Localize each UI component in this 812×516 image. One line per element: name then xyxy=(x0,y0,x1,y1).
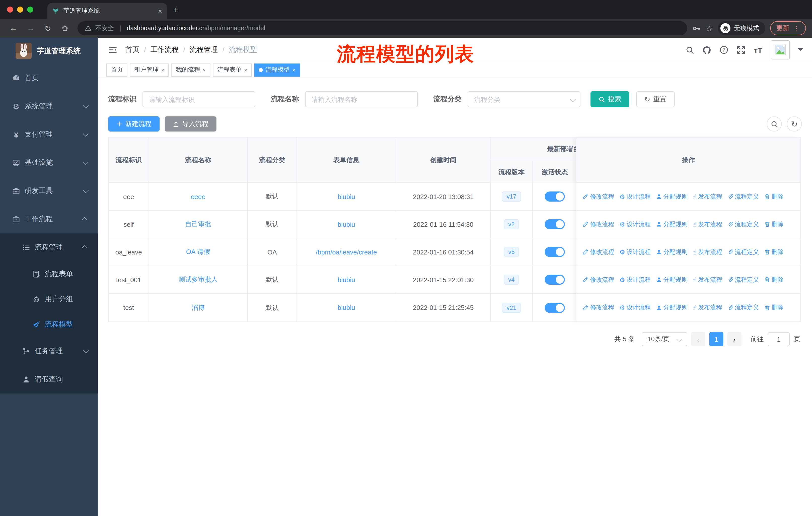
sidebar-item-infra[interactable]: 基础设施 xyxy=(0,148,98,177)
action-design-link[interactable]: ⚙设计流程 xyxy=(619,248,651,256)
action-delete-link[interactable]: 删除 xyxy=(764,303,784,312)
sidebar-collapse-icon[interactable] xyxy=(108,45,117,54)
page-number-1[interactable]: 1 xyxy=(709,332,723,346)
action-delete-link[interactable]: 删除 xyxy=(764,275,784,284)
process-name-input[interactable] xyxy=(305,91,418,107)
sidebar-item-workflow[interactable]: 工作流程 xyxy=(0,205,98,233)
active-toggle[interactable] xyxy=(545,219,564,229)
browser-tab[interactable]: 芋道管理系统 × xyxy=(47,3,167,19)
breadcrumb-item[interactable]: 首页 xyxy=(125,45,140,54)
action-modify-link[interactable]: 修改流程 xyxy=(582,220,614,228)
prev-page-button[interactable]: ‹ xyxy=(691,332,705,346)
sidebar-logo-row[interactable]: 芋道管理系统 xyxy=(0,38,98,64)
process-name-link[interactable]: 滔博 xyxy=(192,303,205,312)
bookmark-star-icon[interactable]: ☆ xyxy=(705,23,713,33)
action-delete-link[interactable]: 删除 xyxy=(764,192,784,201)
sidebar-item-home[interactable]: 首页 xyxy=(0,64,98,92)
next-page-button[interactable]: › xyxy=(727,332,742,346)
sidebar-item-devtools[interactable]: 研发工具 xyxy=(0,177,98,205)
action-publish-link[interactable]: ☝发布流程 xyxy=(692,303,722,312)
action-design-link[interactable]: ⚙设计流程 xyxy=(619,275,651,284)
new-tab-button[interactable]: + xyxy=(173,5,178,19)
action-design-link[interactable]: ⚙设计流程 xyxy=(619,220,651,228)
window-zoom-button[interactable] xyxy=(27,6,33,12)
browser-menu-update-button[interactable]: 更新 ⋮ xyxy=(770,21,806,35)
sidebar-item-payment[interactable]: ¥ 支付管理 xyxy=(0,120,98,148)
sidebar-item-system[interactable]: ⚙ 系统管理 xyxy=(0,92,98,120)
action-assign-link[interactable]: 分配规则 xyxy=(656,192,688,201)
action-modify-link[interactable]: 修改流程 xyxy=(582,303,614,312)
breadcrumb-item[interactable]: 流程管理 xyxy=(190,45,218,54)
action-definition-link[interactable]: 流程定义 xyxy=(727,275,759,284)
sidebar-item-task-mgmt[interactable]: 任务管理 xyxy=(0,337,98,365)
tag-process-form[interactable]: 流程表单 × xyxy=(213,63,252,76)
page-size-select[interactable]: 10条/页 xyxy=(642,332,687,346)
active-toggle[interactable] xyxy=(545,191,564,201)
category-select-input[interactable] xyxy=(468,91,580,107)
url-bar[interactable]: 不安全 | dashboard.yudao.iocoder.cn/bpm/man… xyxy=(78,21,687,35)
window-minimize-button[interactable] xyxy=(17,6,23,12)
process-name-link[interactable]: eeee xyxy=(191,193,205,200)
process-name-link[interactable]: 测试多审批人 xyxy=(178,275,218,284)
tag-close-icon[interactable]: × xyxy=(244,67,248,73)
action-publish-link[interactable]: ☝发布流程 xyxy=(692,248,722,256)
process-name-link[interactable]: 自己审批 xyxy=(185,220,211,229)
font-size-icon[interactable]: тT xyxy=(754,46,763,54)
action-definition-link[interactable]: 流程定义 xyxy=(727,192,759,201)
import-process-button[interactable]: 导入流程 xyxy=(165,116,216,132)
tag-close-icon[interactable]: × xyxy=(161,67,164,73)
action-assign-link[interactable]: 分配规则 xyxy=(656,248,688,256)
back-icon[interactable]: ← xyxy=(6,21,21,36)
avatar-caret-icon[interactable] xyxy=(798,48,803,51)
tag-tenant[interactable]: 租户管理 × xyxy=(130,63,169,76)
reset-button[interactable]: ↻ 重置 xyxy=(636,91,674,107)
sidebar-item-user-group[interactable]: 用户分组 xyxy=(0,287,98,312)
sidebar-item-process-mgmt[interactable]: 流程管理 xyxy=(0,233,98,262)
tag-close-icon[interactable]: × xyxy=(203,67,206,73)
create-process-button[interactable]: 新建流程 xyxy=(108,116,160,132)
sidebar-item-leave-query[interactable]: 请假查询 xyxy=(0,365,98,393)
fullscreen-icon[interactable] xyxy=(736,45,746,54)
form-info-link[interactable]: /bpm/oa/leave/create xyxy=(316,248,377,256)
action-publish-link[interactable]: ☝发布流程 xyxy=(692,220,722,228)
breadcrumb-item[interactable]: 工作流程 xyxy=(150,45,179,54)
form-info-link[interactable]: biubiu xyxy=(338,276,355,283)
search-button[interactable]: 搜索 xyxy=(590,91,629,107)
form-info-link[interactable]: biubiu xyxy=(338,304,355,311)
toggle-search-button[interactable] xyxy=(767,116,782,132)
action-modify-link[interactable]: 修改流程 xyxy=(582,275,614,284)
forward-icon[interactable]: → xyxy=(23,21,38,36)
active-toggle[interactable] xyxy=(545,275,564,285)
user-avatar[interactable] xyxy=(771,40,790,59)
tag-home[interactable]: 首页 xyxy=(106,63,127,76)
category-select[interactable] xyxy=(468,91,580,107)
tag-my-process[interactable]: 我的流程 × xyxy=(171,63,210,76)
action-assign-link[interactable]: 分配规则 xyxy=(656,303,688,312)
process-name-link[interactable]: OA 请假 xyxy=(186,247,210,256)
refresh-table-button[interactable]: ↻ xyxy=(787,116,802,132)
window-close-button[interactable] xyxy=(7,6,13,12)
action-design-link[interactable]: ⚙设计流程 xyxy=(619,303,651,312)
key-icon[interactable] xyxy=(692,24,700,32)
action-assign-link[interactable]: 分配规则 xyxy=(656,275,688,284)
help-icon[interactable]: ? xyxy=(719,45,728,54)
action-definition-link[interactable]: 流程定义 xyxy=(727,303,759,312)
action-publish-link[interactable]: ☝发布流程 xyxy=(692,192,722,201)
tab-close-icon[interactable]: × xyxy=(158,7,162,15)
action-assign-link[interactable]: 分配规则 xyxy=(656,220,688,228)
form-info-link[interactable]: biubiu xyxy=(338,193,355,200)
action-modify-link[interactable]: 修改流程 xyxy=(582,248,614,256)
action-delete-link[interactable]: 删除 xyxy=(764,248,784,256)
reload-icon[interactable]: ↻ xyxy=(40,21,55,36)
search-icon[interactable] xyxy=(685,46,694,54)
home-icon[interactable] xyxy=(57,21,72,36)
sidebar-item-process-form[interactable]: 流程表单 xyxy=(0,262,98,287)
action-definition-link[interactable]: 流程定义 xyxy=(727,220,759,228)
action-publish-link[interactable]: ☝发布流程 xyxy=(692,275,722,284)
github-icon[interactable] xyxy=(702,45,711,55)
form-info-link[interactable]: biubiu xyxy=(338,220,355,228)
active-toggle[interactable] xyxy=(545,247,564,257)
action-modify-link[interactable]: 修改流程 xyxy=(582,192,614,201)
process-id-input[interactable] xyxy=(142,91,255,107)
action-definition-link[interactable]: 流程定义 xyxy=(727,248,759,256)
